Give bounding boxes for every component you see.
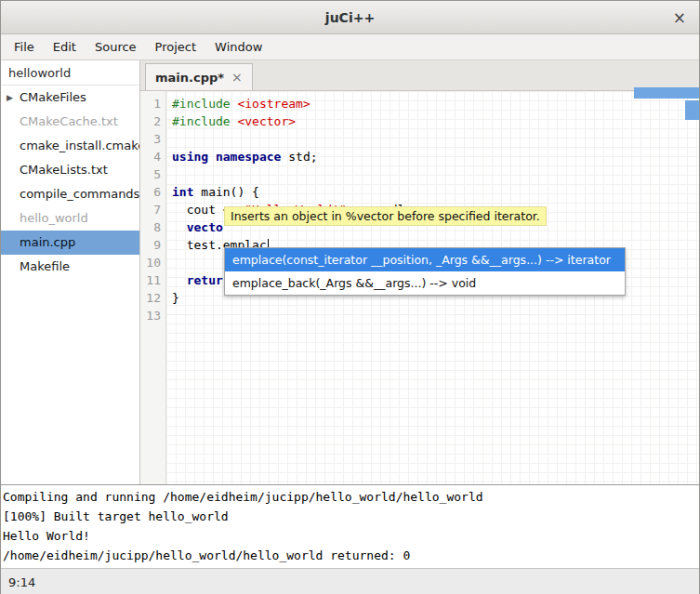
line-number-gutter: 1 2 3 4 5 6 7 8 9 10 11 12 13 (140, 91, 166, 484)
completion-item-emplace[interactable]: emplace(const_iterator __position, _Args… (225, 248, 625, 271)
code-line (172, 307, 699, 324)
editor-pane: main.cpp* × 1 2 3 4 5 6 7 8 9 10 (140, 60, 699, 484)
line-number: 2 (140, 112, 165, 130)
keyword: int (172, 185, 193, 199)
project-name[interactable]: helloworld (1, 60, 139, 86)
code-line (172, 130, 699, 148)
tree-item-makefile[interactable]: Makefile (1, 255, 139, 279)
menu-item-file[interactable]: File (5, 35, 44, 59)
line-number: 3 (140, 130, 165, 148)
menu-item-edit[interactable]: Edit (44, 35, 86, 59)
tree-item-compile-commands[interactable]: compile_commands.json (1, 182, 139, 206)
close-icon[interactable]: × (673, 8, 686, 27)
keyword: retur (187, 273, 223, 287)
status-bar: 9:14 (1, 568, 699, 594)
tree-item-main-cpp[interactable]: main.cpp (1, 231, 139, 255)
line-number: 4 (140, 148, 165, 165)
scrollbar-thumb-vertical[interactable] (685, 100, 699, 120)
code-line: int main() { (172, 183, 699, 201)
tree-item-cmakefiles[interactable]: ▶ CMakeFiles (1, 86, 139, 110)
triangle-right-icon[interactable]: ▶ (7, 86, 13, 110)
code-line (172, 165, 699, 183)
preprocessor-directive: #include (172, 114, 237, 128)
doc-tooltip: Inserts an object in %vector before spec… (224, 206, 547, 226)
output-line: Compiling and running /home/eidheim/juci… (3, 487, 697, 507)
tree-item-label: CMakeFiles (20, 90, 86, 104)
menu-item-window[interactable]: Window (205, 35, 271, 59)
app-window: juCi++ × File Edit Source Project Window… (0, 0, 700, 594)
line-number: 11 (140, 271, 165, 289)
code-line: using namespace std; (172, 148, 699, 165)
tab-label: main.cpp* (155, 71, 224, 85)
scrollbar-thumb-horizontal[interactable] (634, 87, 699, 99)
tree-item-label: CMakeCache.txt (20, 114, 118, 128)
line-number: 9 (140, 236, 165, 254)
tree-item-cmake-install[interactable]: cmake_install.cmake (1, 134, 139, 158)
main-area: helloworld ▶ CMakeFiles CMakeCache.txt c… (1, 60, 699, 484)
code-line: #include <vector> (172, 112, 699, 130)
line-number: 8 (140, 218, 165, 236)
line-number: 13 (140, 307, 165, 324)
output-line: [100%] Built target hello_world (3, 507, 697, 526)
code-area[interactable]: #include <iostream> #include <vector> us… (166, 91, 699, 484)
line-number: 6 (140, 183, 165, 201)
titlebar[interactable]: juCi++ × (1, 1, 699, 34)
tree-item-cmakelists[interactable]: CMakeLists.txt (1, 158, 139, 182)
code-line: #include <iostream> (172, 95, 699, 112)
tree-item-cmakecache[interactable]: CMakeCache.txt (1, 110, 139, 134)
line-number: 10 (140, 254, 165, 271)
line-number: 12 (140, 289, 165, 307)
code-text (172, 220, 187, 234)
keyword: using namespace (172, 150, 281, 164)
tab-bar: main.cpp* × (140, 60, 699, 91)
completion-popup: emplace(const_iterator __position, _Args… (224, 247, 626, 296)
output-line: /home/eidheim/jucipp/hello_world/hello_w… (3, 546, 697, 565)
tree-item-label: main.cpp (20, 235, 75, 249)
include-header: <vector> (237, 114, 296, 128)
output-line: Hello World! (3, 526, 697, 546)
code-text (172, 273, 187, 287)
code-editor: 1 2 3 4 5 6 7 8 9 10 11 12 13 #include <… (140, 91, 699, 484)
completion-item-emplace-back[interactable]: emplace_back(_Args &&__args...) --> void (225, 271, 625, 295)
menu-item-project[interactable]: Project (146, 35, 205, 59)
tree-item-label: cmake_install.cmake (20, 139, 139, 152)
tree-item-label: compile_commands.json (20, 187, 139, 201)
tree-item-label: hello_world (20, 211, 88, 225)
menu-item-source[interactable]: Source (86, 35, 146, 59)
code-text: main() { (193, 185, 258, 199)
window-title: juCi++ (325, 10, 375, 25)
tree-item-hello-world[interactable]: hello_world (1, 206, 139, 231)
tree-item-label: CMakeLists.txt (20, 163, 108, 177)
tab-main-cpp[interactable]: main.cpp* × (145, 63, 253, 90)
cursor-position: 9:14 (8, 575, 35, 589)
preprocessor-directive: #include (172, 97, 237, 111)
file-tree: helloworld ▶ CMakeFiles CMakeCache.txt c… (1, 60, 140, 484)
line-number: 5 (140, 165, 165, 183)
menubar: File Edit Source Project Window (1, 34, 699, 60)
line-number: 7 (140, 201, 165, 218)
tab-close-icon[interactable]: × (231, 70, 243, 85)
output-panel: Compiling and running /home/eidheim/juci… (1, 484, 699, 568)
code-text: std; (281, 150, 317, 164)
type-name: vecto (187, 220, 223, 234)
line-number: 1 (140, 95, 165, 112)
include-header: <iostream> (237, 97, 310, 111)
code-text: } (172, 291, 179, 305)
tree-item-label: Makefile (20, 259, 70, 273)
